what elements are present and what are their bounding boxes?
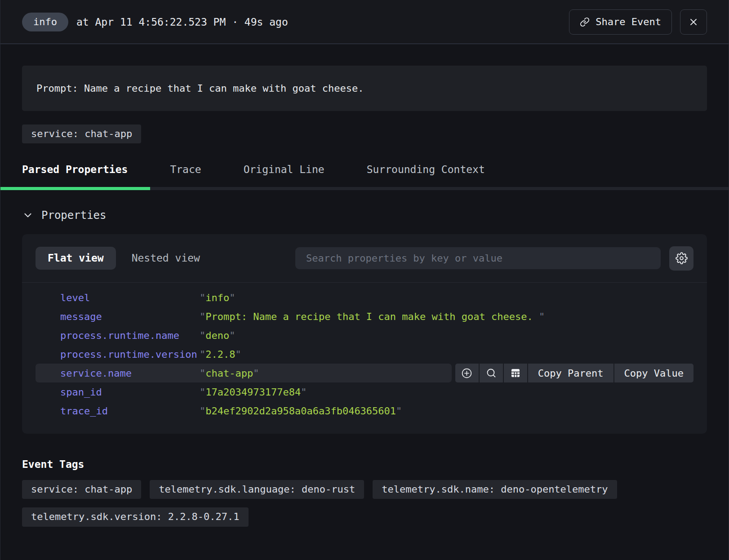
property-key: trace_id xyxy=(60,405,200,417)
property-row-content: process.runtime.name"deno" xyxy=(36,326,693,345)
property-row[interactable]: message"Prompt: Name a recipe that I can… xyxy=(36,307,693,326)
row-action-group: Copy ParentCopy Value xyxy=(455,364,693,382)
property-key: span_id xyxy=(60,387,200,398)
properties-section-header[interactable]: Properties xyxy=(22,209,707,222)
property-row-content: process.runtime.version"2.2.8" xyxy=(36,345,693,364)
property-value: "chat-app" xyxy=(200,368,259,379)
property-key: process.runtime.name xyxy=(60,330,200,341)
event-tag-chip[interactable]: telemetry.sdk.version: 2.2.8-0.27.1 xyxy=(22,507,249,526)
property-key: service.name xyxy=(60,368,200,379)
properties-panel: Flat view Nested view level"info"message… xyxy=(22,234,707,434)
property-row[interactable]: process.runtime.version"2.2.8" xyxy=(36,345,693,364)
tab-trace[interactable]: Trace xyxy=(170,164,201,187)
event-tag-chip[interactable]: telemetry.sdk.language: deno-rust xyxy=(150,480,364,499)
tab-surrounding-context[interactable]: Surrounding Context xyxy=(367,164,485,187)
service-tag-chip[interactable]: service: chat-app xyxy=(22,124,141,143)
add-to-query-button[interactable] xyxy=(455,364,479,382)
property-row[interactable]: process.runtime.name"deno" xyxy=(36,326,693,345)
log-message-preview: Prompt: Name a recipe that I can make wi… xyxy=(22,66,707,111)
property-row[interactable]: service.name"chat-app"Copy ParentCopy Va… xyxy=(36,364,693,382)
copy-value-button[interactable]: Copy Value xyxy=(614,364,693,382)
tab-original-line[interactable]: Original Line xyxy=(244,164,324,187)
search-value-button[interactable] xyxy=(480,364,503,382)
chevron-down-icon xyxy=(22,209,34,221)
property-key: process.runtime.version xyxy=(60,349,200,360)
nested-view-button[interactable]: Nested view xyxy=(120,247,212,270)
property-row[interactable]: level"info" xyxy=(36,288,693,307)
property-value: "deno" xyxy=(200,330,235,341)
share-event-label: Share Event xyxy=(596,16,661,27)
property-value: "2.2.8" xyxy=(200,349,241,360)
event-tag-chip[interactable]: telemetry.sdk.name: deno-opentelemetry xyxy=(373,480,617,499)
event-timestamp: at Apr 11 4:56:22.523 PM · 49s ago xyxy=(76,16,288,28)
property-row-content: trace_id"b24ef2902d2a958a0a6a3fb04636560… xyxy=(36,401,693,420)
tab-underline-track xyxy=(0,187,729,190)
property-key: level xyxy=(60,292,200,303)
property-row[interactable]: span_id"17a2034973177e84" xyxy=(36,382,693,401)
property-value: "17a2034973177e84" xyxy=(200,387,307,398)
property-row[interactable]: trace_id"b24ef2902d2a958a0a6a3fb04636560… xyxy=(36,401,693,420)
plus-circle-icon xyxy=(461,368,472,379)
show-in-table-button[interactable] xyxy=(504,364,527,382)
properties-search-input[interactable] xyxy=(295,247,661,269)
active-tab-indicator xyxy=(0,187,150,190)
level-badge: info xyxy=(22,13,68,31)
copy-parent-button[interactable]: Copy Parent xyxy=(528,364,613,382)
link-icon xyxy=(580,17,590,27)
search-icon xyxy=(486,368,497,378)
share-event-button[interactable]: Share Event xyxy=(569,9,672,35)
flat-view-button[interactable]: Flat view xyxy=(36,247,116,270)
event-header: info at Apr 11 4:56:22.523 PM · 49s ago … xyxy=(0,0,729,44)
event-tag-chip[interactable]: service: chat-app xyxy=(22,480,141,499)
gear-icon xyxy=(676,252,688,264)
tab-parsed-properties[interactable]: Parsed Properties xyxy=(22,164,128,187)
close-icon xyxy=(688,17,699,27)
property-key: message xyxy=(60,311,200,322)
property-value: "Prompt: Name a recipe that I can make w… xyxy=(200,311,545,322)
property-row-content: span_id"17a2034973177e84" xyxy=(36,382,693,401)
properties-section-title: Properties xyxy=(41,209,107,222)
table-icon xyxy=(510,368,521,378)
event-tags-title: Event Tags xyxy=(22,458,707,470)
properties-settings-button[interactable] xyxy=(669,246,693,271)
close-button[interactable] xyxy=(680,9,707,35)
properties-toolbar: Flat view Nested view xyxy=(22,234,707,282)
property-row-content: service.name"chat-app" xyxy=(36,364,452,382)
property-value: "info" xyxy=(200,292,235,303)
detail-tabs: Parsed PropertiesTraceOriginal LineSurro… xyxy=(0,164,729,190)
property-row-content: level"info" xyxy=(36,288,693,307)
property-value: "b24ef2902d2a958a0a6a3fb046365601" xyxy=(200,405,402,417)
property-row-content: message"Prompt: Name a recipe that I can… xyxy=(36,307,693,326)
